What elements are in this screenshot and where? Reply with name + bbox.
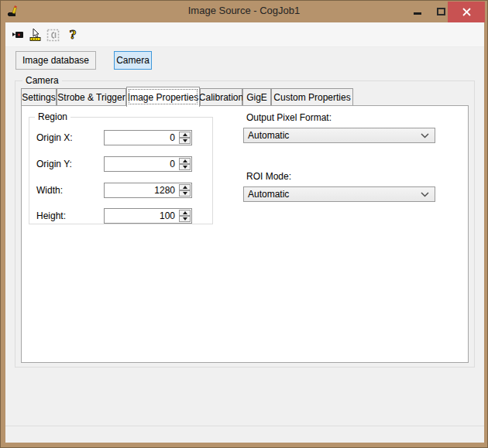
height-label: Height: — [36, 210, 66, 221]
camera-groupbox-label: Camera — [22, 75, 62, 86]
minimize-icon — [414, 12, 421, 15]
region-select-icon-disabled — [46, 28, 60, 42]
close-button[interactable] — [448, 2, 485, 22]
tab-strobe-trigger[interactable]: Strobe & Trigger — [57, 88, 126, 106]
maximize-icon — [437, 8, 445, 15]
tab-settings[interactable]: Settings — [21, 88, 57, 106]
width-down-button[interactable] — [179, 190, 191, 197]
height-spin-buttons — [178, 209, 191, 223]
roi-mode-label: ROI Mode: — [246, 171, 291, 182]
origin-x-value[interactable]: 0 — [105, 131, 178, 145]
origin-y-spinner[interactable]: 0 — [104, 156, 192, 172]
pointer-ruler-icon[interactable] — [29, 28, 43, 42]
up-arrow-icon — [183, 133, 187, 136]
region-groupbox-label: Region — [35, 111, 70, 122]
origin-x-up-button[interactable] — [179, 132, 191, 138]
width-up-button[interactable] — [179, 184, 191, 190]
height-spinner[interactable]: 100 — [104, 208, 192, 224]
origin-x-spin-buttons — [178, 131, 191, 145]
toolbar: ? — [5, 22, 484, 47]
maximize-button[interactable] — [433, 1, 448, 22]
output-pixel-format-value: Automatic — [244, 130, 421, 141]
down-arrow-icon — [183, 166, 187, 169]
height-down-button[interactable] — [179, 216, 191, 222]
tab-image-properties[interactable]: Image Properties — [126, 87, 200, 107]
tab-gige[interactable]: GigE — [242, 88, 271, 106]
output-pixel-format-label: Output Pixel Format: — [246, 112, 332, 123]
help-icon[interactable]: ? — [66, 28, 80, 42]
origin-x-down-button[interactable] — [179, 138, 191, 144]
width-spin-buttons — [178, 183, 191, 197]
height-up-button[interactable] — [179, 210, 191, 216]
chevron-down-icon — [421, 133, 429, 139]
width-spinner[interactable]: 1280 — [104, 183, 192, 198]
up-arrow-icon — [183, 186, 187, 189]
up-arrow-icon — [183, 211, 187, 214]
origin-y-label: Origin Y: — [36, 159, 72, 169]
height-value[interactable]: 100 — [105, 209, 178, 223]
camera-button[interactable]: Camera — [114, 51, 152, 70]
origin-y-down-button[interactable] — [179, 164, 191, 170]
svg-text:?: ? — [70, 28, 77, 42]
origin-x-label: Origin X: — [36, 132, 73, 143]
down-arrow-icon — [183, 217, 187, 221]
tab-calibration[interactable]: Calibration — [200, 88, 242, 106]
origin-y-up-button[interactable] — [179, 158, 191, 164]
roi-mode-select[interactable]: Automatic — [243, 186, 435, 202]
image-source-window: Image Source - CogJob1 — [0, 0, 488, 448]
minimize-button[interactable] — [410, 1, 425, 22]
image-database-button[interactable]: Image database — [15, 51, 96, 70]
titlebar: Image Source - CogJob1 — [1, 1, 487, 22]
origin-y-spin-buttons — [178, 157, 191, 171]
width-label: Width: — [36, 185, 63, 196]
origin-y-value[interactable]: 0 — [105, 157, 178, 171]
down-arrow-icon — [183, 139, 187, 142]
width-value[interactable]: 1280 — [105, 183, 178, 197]
chevron-down-icon — [421, 192, 429, 197]
tab-custom-properties[interactable]: Custom Properties — [271, 88, 353, 106]
client-area: ? Image database Camera Camera Settings … — [5, 22, 484, 443]
roi-mode-value: Automatic — [244, 189, 421, 200]
origin-x-spinner[interactable]: 0 — [104, 130, 192, 145]
output-pixel-format-select[interactable]: Automatic — [243, 128, 435, 143]
bottom-divider — [5, 426, 484, 426]
down-arrow-icon — [183, 192, 187, 195]
acquire-camera-icon[interactable] — [11, 28, 25, 42]
up-arrow-icon — [183, 159, 187, 162]
close-icon — [462, 8, 471, 16]
